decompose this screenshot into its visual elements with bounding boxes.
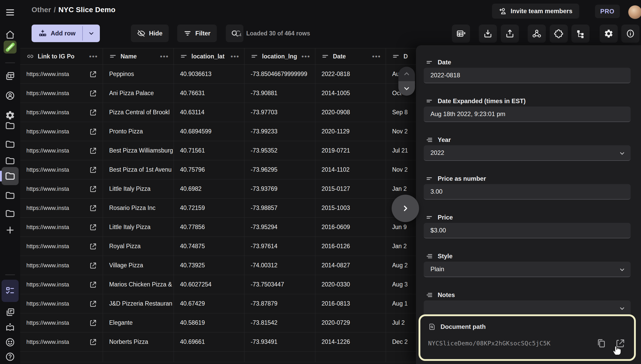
cell-date[interactable]: 2020-0330: [315, 275, 386, 294]
cell-name[interactable]: Best Pizza Williamsburg: [103, 141, 174, 160]
add-row-dropdown[interactable]: [83, 25, 100, 42]
checklist-icon[interactable]: [2, 280, 19, 302]
cell-link[interactable]: https://www.insta: [20, 141, 103, 160]
import-icon[interactable]: [479, 25, 497, 43]
cell-location-lat[interactable]: 40.76631: [174, 84, 244, 103]
external-link-icon[interactable]: [89, 204, 97, 212]
cell-location-lng[interactable]: -73.7503447: [244, 275, 315, 294]
cell-location-lat[interactable]: 40.67429: [174, 294, 244, 313]
plus-icon[interactable]: [4, 224, 16, 236]
column-menu-dots[interactable]: •••: [372, 53, 381, 60]
cell-date[interactable]: 2014-1102: [315, 160, 386, 179]
cell-link[interactable]: https://www.insta: [20, 237, 103, 256]
cell-location-lat[interactable]: 40.63114: [174, 103, 244, 122]
cell-location-lat[interactable]: 40.72159: [174, 199, 244, 217]
column-header[interactable]: Date •••: [315, 48, 386, 64]
docs-icon[interactable]: [4, 307, 16, 318]
cell-location-lng[interactable]: -73.95352: [244, 141, 315, 160]
cell-location-lng[interactable]: -73.97703: [244, 103, 315, 122]
field-input[interactable]: Aug 18th 2022, 9:23:01 pm: [424, 107, 631, 122]
cell-location-lat[interactable]: 40.75796: [174, 160, 244, 179]
column-header[interactable]: D: [386, 48, 416, 64]
external-link-icon[interactable]: [89, 147, 97, 155]
external-link-icon[interactable]: [89, 89, 97, 97]
folder-icon[interactable]: [4, 120, 16, 131]
cell-link[interactable]: https://www.insta: [20, 256, 103, 275]
hide-button[interactable]: Hide: [131, 25, 169, 42]
column-menu-dots[interactable]: •••: [302, 53, 310, 60]
cell-name[interactable]: Marios Chicken Pizza &: [103, 275, 174, 294]
cell-location-lng[interactable]: -73.93491: [244, 332, 315, 351]
cell-name[interactable]: Peppinos: [103, 65, 174, 84]
folder-icon[interactable]: [4, 190, 16, 201]
cell-name[interactable]: Village Pizza: [103, 256, 174, 275]
cell-location-lat[interactable]: 40.6982: [174, 179, 244, 198]
cell-location-lng[interactable]: -73.90881: [244, 84, 315, 103]
cell-name[interactable]: Little Italy Pizza: [103, 218, 174, 237]
folder-selected-icon[interactable]: [2, 167, 19, 185]
cell-name[interactable]: Ani Pizza Palace: [103, 84, 174, 103]
external-link-icon[interactable]: [89, 166, 97, 174]
cell-name[interactable]: Elegante: [103, 313, 174, 332]
cell-date-expanded[interactable]: Dec 2: [386, 332, 416, 351]
external-link-icon[interactable]: [89, 109, 97, 116]
cell-location-lng[interactable]: -73.96295: [244, 160, 315, 179]
field-input[interactable]: 2022-0818: [424, 68, 631, 83]
cell-date-expanded[interactable]: Aug 3: [386, 275, 416, 294]
export-icon[interactable]: [501, 25, 519, 43]
cell-date-expanded[interactable]: Jan 2: [386, 237, 416, 256]
cell-date-expanded[interactable]: Sep 8: [386, 103, 416, 122]
tables-icon[interactable]: [4, 70, 16, 82]
cell-date-expanded[interactable]: Aug 1: [386, 294, 416, 313]
cell-date[interactable]: 2015-1003: [315, 199, 386, 217]
cell-date[interactable]: 2016-0609: [315, 218, 386, 237]
field-input[interactable]: 3.00: [424, 184, 631, 200]
cell-name[interactable]: Norberts Pizza: [103, 332, 174, 351]
cell-name[interactable]: J&D Pizzeria Restauran: [103, 294, 174, 313]
collapse-panel-button[interactable]: [392, 195, 419, 222]
cell-name[interactable]: Little Italy Pizza: [103, 179, 174, 198]
avatar[interactable]: [628, 5, 641, 19]
syringe-green-icon[interactable]: [4, 41, 17, 54]
filter-button[interactable]: Filter: [177, 25, 217, 42]
cell-location-lng[interactable]: -73.85046679999999: [244, 65, 315, 84]
webhook-icon[interactable]: [528, 25, 546, 43]
smiley-icon[interactable]: [4, 337, 16, 348]
cell-location-lng[interactable]: -73.95294: [244, 218, 315, 237]
folder-icon[interactable]: [4, 139, 16, 150]
cell-location-lat[interactable]: 40.74875: [174, 237, 244, 256]
column-menu-dots[interactable]: •••: [160, 53, 169, 60]
cell-date[interactable]: 2015-0127: [315, 179, 386, 198]
external-link-icon[interactable]: [89, 281, 97, 289]
column-menu-dots[interactable]: •••: [231, 53, 240, 60]
external-link-icon[interactable]: [89, 70, 97, 78]
external-link-icon[interactable]: [89, 223, 97, 231]
cell-location-lng[interactable]: -73.87879: [244, 294, 315, 313]
hamburger-menu-icon[interactable]: [4, 7, 16, 18]
column-header[interactable]: Link to IG Po •••: [20, 48, 103, 64]
cell-date[interactable]: 2022-0818: [315, 65, 386, 84]
cell-location-lng[interactable]: -74.00312: [244, 256, 315, 275]
cell-name[interactable]: Pronto Pizza: [103, 122, 174, 141]
cell-date-expanded[interactable]: Aug 2: [386, 256, 416, 275]
cell-link[interactable]: https://www.insta: [20, 332, 103, 351]
external-link-icon[interactable]: [89, 262, 97, 269]
folder-icon[interactable]: [4, 208, 16, 219]
invite-team-members-button[interactable]: Invite team members: [492, 4, 579, 19]
cell-link[interactable]: https://www.insta: [20, 160, 103, 179]
gear-icon[interactable]: [4, 110, 16, 121]
learn-icon[interactable]: [4, 322, 16, 333]
table-freeze-icon[interactable]: [452, 25, 470, 43]
cell-date[interactable]: 2014-1005: [315, 84, 386, 103]
field-input[interactable]: 2022: [424, 145, 631, 161]
cell-date[interactable]: 2014-0827: [315, 256, 386, 275]
cell-location-lng[interactable]: -73.99233: [244, 122, 315, 141]
cell-date[interactable]: 2014-1226: [315, 332, 386, 351]
cell-link[interactable]: https://www.insta: [20, 218, 103, 237]
cell-date-expanded[interactable]: Nov 2: [386, 160, 416, 179]
settings-icon[interactable]: [600, 25, 618, 43]
cell-location-lng[interactable]: -73.98857: [244, 199, 315, 217]
tree-logs-icon[interactable]: [571, 25, 590, 43]
cell-location-lat[interactable]: 40.73925: [174, 256, 244, 275]
copy-icon[interactable]: [595, 337, 607, 349]
